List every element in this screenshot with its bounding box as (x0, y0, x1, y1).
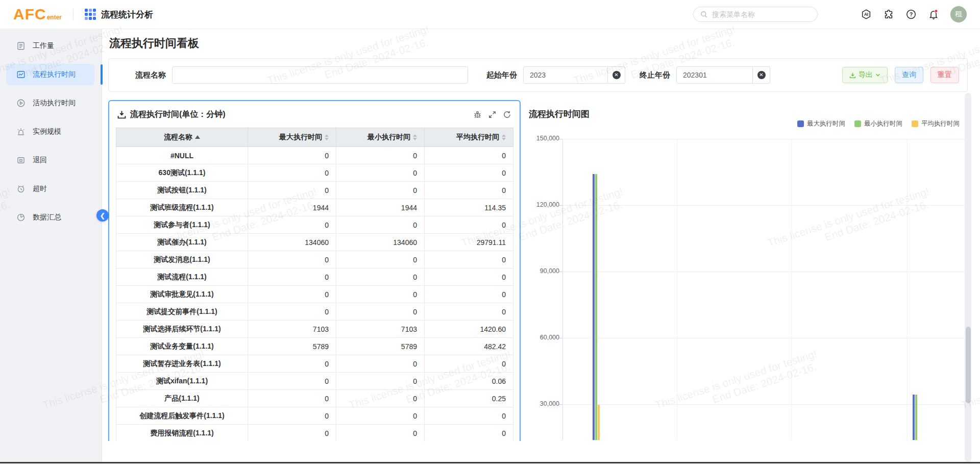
clear-icon: ✕ (612, 71, 621, 79)
refresh-icon[interactable] (503, 110, 511, 119)
table-row[interactable]: #NULL000 (116, 147, 513, 164)
table-row[interactable]: 测试xifan(1.1.1)000.06 (116, 373, 513, 390)
svg-text:?: ? (910, 12, 913, 17)
sort-icon (413, 134, 417, 140)
end-year-label: 终止年份 (640, 70, 670, 80)
user-avatar[interactable]: 租 (950, 6, 967, 22)
export-button[interactable]: 导出 (842, 67, 888, 83)
value-cell: 0 (425, 268, 513, 286)
value-cell: 134060 (248, 234, 336, 251)
value-cell: 0 (248, 147, 336, 164)
plugin-puzzle-icon[interactable] (883, 9, 894, 20)
table-row[interactable]: 测试选择后续环节(1.1.1)710371031420.60 (116, 321, 513, 338)
value-cell: 0 (248, 373, 336, 390)
table-row[interactable]: 产品(1.1.1)000.25 (116, 390, 513, 407)
process-name-cell: 产品(1.1.1) (116, 390, 248, 407)
value-cell: 0 (336, 355, 425, 373)
column-header-3[interactable]: 最小执行时间 (336, 128, 425, 147)
bar-最小执行时间[interactable] (595, 174, 597, 440)
menu-search-box[interactable] (693, 7, 818, 22)
return-icon (16, 156, 26, 165)
table-row[interactable]: 630测试(1.1.1)000 (116, 164, 513, 182)
execution-time-chart-panel: 流程执行时间图 最大执行时间最小执行时间平均执行时间 150,000120,00… (525, 100, 971, 440)
table-row[interactable]: 费用报销流程(1.1.1)000 (116, 425, 513, 442)
bar-平均执行时间[interactable] (598, 405, 600, 440)
table-row[interactable]: 测试参与者(1.1.1)000 (116, 216, 513, 234)
download-icon[interactable] (117, 110, 126, 119)
sidebar-item-2[interactable]: 流程执行时间 (0, 64, 102, 85)
bar-最大执行时间[interactable] (593, 174, 595, 440)
app-grid-icon[interactable] (85, 9, 96, 20)
table-row[interactable]: 测试业务变量(1.1.1)57895789482.42 (116, 338, 513, 355)
y-tick-label: 30,000 (525, 400, 559, 407)
help-icon[interactable]: ? (905, 9, 917, 20)
expand-icon[interactable] (488, 110, 497, 119)
value-cell: 0 (336, 373, 425, 390)
query-button[interactable]: 查询 (895, 67, 923, 83)
value-cell: 0 (248, 303, 336, 321)
value-cell: 1944 (248, 199, 336, 216)
page-scrollbar-thumb[interactable] (966, 327, 971, 403)
bar-最小执行时间[interactable] (915, 395, 917, 440)
sort-asc-icon (195, 135, 200, 139)
h-gridline (562, 404, 965, 405)
legend-item[interactable]: 最小执行时间 (854, 119, 902, 128)
value-cell: 0 (425, 407, 513, 425)
reset-button[interactable]: 重置 (930, 67, 959, 83)
table-row[interactable]: 测试流程(1.1.1)000 (116, 268, 513, 286)
value-cell: 1420.60 (425, 321, 513, 338)
value-cell: 0 (425, 425, 513, 442)
legend-item[interactable]: 平均执行时间 (912, 119, 960, 128)
h-gridline (562, 205, 965, 206)
clear-icon: ✕ (757, 71, 766, 79)
sidebar-item-7[interactable]: 数据汇总 (0, 207, 102, 228)
sidebar-item-label: 工作量 (33, 41, 54, 51)
value-cell: 0 (425, 286, 513, 303)
notification-bell-icon[interactable] (928, 9, 939, 20)
column-header-4[interactable]: 平均执行时间 (425, 128, 513, 147)
v-gridline (677, 139, 677, 440)
table-row[interactable]: 测试按钮(1.1.1)000 (116, 182, 513, 199)
process-name-cell: 费用报销流程(1.1.1) (116, 425, 248, 442)
value-cell: 0 (336, 425, 425, 442)
start-year-clear-button[interactable]: ✕ (608, 66, 625, 84)
sidebar-item-6[interactable]: 超时 (0, 178, 102, 200)
sidebar-item-3[interactable]: 活动执行时间 (0, 92, 102, 114)
afc-logo[interactable]: AFC enter (13, 6, 62, 23)
table-row[interactable]: 测试班级流程(1.1.1)19441944114.35 (116, 199, 513, 216)
end-year-clear-button[interactable]: ✕ (753, 66, 770, 84)
bar-最大执行时间[interactable] (913, 395, 915, 440)
sidebar-item-4[interactable]: 实例规模 (0, 121, 102, 142)
table-row[interactable]: 创建流程后触发事件(1.1.1)000 (116, 407, 513, 425)
ai-assistant-icon[interactable]: AI (861, 9, 872, 20)
menu-search-input[interactable] (712, 10, 811, 18)
table-row[interactable]: 测试催办(1.1.1)13406013406029791.11 (116, 234, 513, 251)
search-icon (700, 10, 708, 18)
sidebar-collapse-button[interactable]: ❮ (96, 209, 109, 222)
logo-sub-text: enter (47, 14, 62, 21)
value-cell: 7103 (336, 321, 425, 338)
sidebar-item-1[interactable]: 工作量 (0, 35, 102, 57)
end-year-input[interactable] (676, 66, 753, 84)
table-row[interactable]: 测试审批意见(1.1.1)000 (116, 286, 513, 303)
page-scrollbar-track[interactable] (965, 93, 971, 462)
column-header-2[interactable]: 最大执行时间 (248, 128, 336, 147)
value-cell: 0 (248, 355, 336, 373)
sidebar-item-label: 超时 (33, 184, 47, 193)
column-header-1[interactable]: 流程名称 (116, 128, 248, 147)
legend-swatch (854, 120, 861, 127)
start-year-input[interactable] (523, 66, 608, 84)
v-gridline (791, 139, 792, 440)
table-row[interactable]: 测试暂存进业务表(1.1.1)000 (116, 355, 513, 373)
process-name-cell: #NULL (116, 147, 248, 164)
debug-bug-icon[interactable] (473, 110, 482, 119)
chevron-down-icon (875, 72, 880, 78)
table-row[interactable]: 测试提交前事件(1.1.1)000 (116, 303, 513, 321)
legend-item[interactable]: 最大执行时间 (797, 119, 845, 128)
value-cell: 0 (425, 147, 513, 164)
sidebar-item-5[interactable]: 退回 (0, 150, 102, 171)
value-cell: 0 (425, 164, 513, 182)
process-name-input[interactable] (172, 66, 468, 84)
table-row[interactable]: 测试发消息(1.1.1)000 (116, 251, 513, 268)
legend-swatch (797, 120, 804, 127)
